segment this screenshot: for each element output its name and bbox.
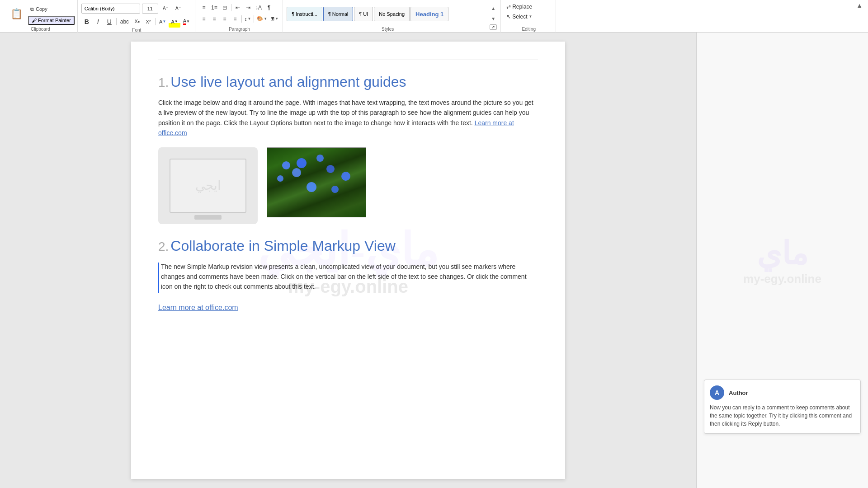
style-ui-label: ¶ UI <box>359 11 368 17</box>
section-2-heading: 2.Collaborate in Simple Markup View <box>158 238 538 254</box>
select-caret: ▼ <box>529 14 533 19</box>
borders-button[interactable]: ⊞▼ <box>269 15 280 23</box>
flower-dot-5 <box>277 175 283 182</box>
image-area: ايجي <box>158 147 538 224</box>
paragraph-group: ≡ 1≡ ⊟ ⇤ ⇥ ↕A ¶ ≡ ≡ ≡ ≡ ↕▼ 🎨▼ ⊞▼ Parag <box>196 0 283 33</box>
comment-text: Now you can reply to a comment to keep c… <box>710 404 855 428</box>
style-normal-button[interactable]: ¶ Normal <box>323 7 353 21</box>
text-effects-button[interactable]: A▼ <box>157 16 168 28</box>
font-label: Font <box>81 28 192 33</box>
align-right-button[interactable]: ≡ <box>220 14 230 24</box>
style-ui-button[interactable]: ¶ UI <box>354 7 373 21</box>
para-divider <box>231 4 231 11</box>
cursor-bar <box>158 263 159 293</box>
style-normal-label: ¶ Normal <box>328 11 348 17</box>
comment-box: A Author Now you can reply to a comment … <box>704 380 861 434</box>
comment-header: A Author <box>710 385 855 400</box>
clipboard-label: Clipboard <box>6 27 75 32</box>
flower-image <box>267 147 366 217</box>
flower-dot-9 <box>341 172 350 181</box>
font-color-button[interactable]: A▼ <box>181 16 192 28</box>
style-no-spacing-label: No Spacing <box>379 11 405 17</box>
flower-dot-3 <box>292 168 301 177</box>
styles-scroll-down-button[interactable]: ▼ <box>490 14 497 23</box>
decrease-indent-button[interactable]: ⇤ <box>233 3 243 13</box>
body-text-2: The new Simple Markup revision view pres… <box>161 262 538 292</box>
select-label: Select <box>512 14 527 20</box>
highlight-button[interactable]: A▼ <box>169 16 180 28</box>
para-divider2 <box>241 15 242 23</box>
style-instructi-button[interactable]: ¶ Instructi... <box>287 7 322 21</box>
heading1-text: 1.Use live layout and alignment guides <box>158 74 538 90</box>
style-heading1-button[interactable]: Heading 1 <box>410 7 448 21</box>
increase-indent-button[interactable]: ⇥ <box>243 3 253 13</box>
style-instructi-label: ¶ Instructi... <box>292 11 317 17</box>
underline-button[interactable]: U <box>104 16 115 28</box>
link2[interactable]: Learn more at office.com <box>158 304 238 311</box>
style-heading1-label: Heading 1 <box>415 11 443 18</box>
shading-button[interactable]: 🎨▼ <box>255 15 269 23</box>
superscript-button[interactable]: X² <box>143 16 154 28</box>
multilevel-button[interactable]: ⊟ <box>220 3 230 13</box>
flower-dot-6 <box>326 165 335 173</box>
justify-button[interactable]: ≡ <box>230 14 240 24</box>
styles-expand-button[interactable]: ↗ <box>490 24 497 30</box>
font-size-input[interactable] <box>142 4 158 14</box>
strikethrough-button[interactable]: abc <box>118 16 131 28</box>
show-marks-button[interactable]: ¶ <box>264 3 274 13</box>
flower-dot-1 <box>282 161 290 169</box>
ribbon-collapse-button[interactable]: ▲ <box>854 0 864 11</box>
italic-button[interactable]: I <box>93 16 104 28</box>
align-center-button[interactable]: ≡ <box>209 14 219 24</box>
copy-button[interactable]: ⧉ Copy <box>28 3 75 15</box>
copy-label: Copy <box>36 6 47 12</box>
monitor-screen: ايجي <box>170 159 246 213</box>
select-button[interactable]: ↖ Select ▼ <box>505 13 553 21</box>
divider <box>116 18 117 25</box>
flower-dot-4 <box>316 155 324 162</box>
replace-label: Replace <box>512 4 532 10</box>
flower-dot-2 <box>297 158 307 168</box>
align-left-button[interactable]: ≡ <box>199 14 209 24</box>
clipboard-group: 📋 ⧉ Copy 🖌 Format Painter Clipboard <box>4 0 78 33</box>
format-painter-label: Format Painter <box>38 18 71 23</box>
subscript-button[interactable]: X₂ <box>132 16 142 28</box>
copy-icon: ⧉ <box>30 6 34 12</box>
font-name-input[interactable] <box>81 4 140 14</box>
heading1-number: 1. <box>158 75 169 89</box>
body-text-1: Click the image below and drag it around… <box>158 98 538 138</box>
right-panel: ماي my-egy.online A Author Now you can r… <box>696 33 868 488</box>
link2-para: Learn more at office.com <box>158 304 538 312</box>
font-size-increase-button[interactable]: A⁺ <box>160 3 171 14</box>
styles-scroll-up-button[interactable]: ▲ <box>490 4 497 13</box>
replace-button[interactable]: ⇄ Replace <box>505 3 553 11</box>
section-2-body: The new Simple Markup revision view pres… <box>158 262 538 298</box>
styles-label: Styles <box>287 27 489 32</box>
monitor-stand <box>194 215 222 220</box>
author-avatar: A <box>710 385 724 400</box>
select-icon: ↖ <box>506 14 511 20</box>
bold-button[interactable]: B <box>81 16 92 28</box>
sort-button[interactable]: ↕A <box>254 3 264 13</box>
heading2-number: 2. <box>158 239 169 253</box>
comment-author: Author <box>729 389 748 396</box>
monitor-illustration: ايجي <box>158 147 258 224</box>
styles-group: ¶ Instructi... ¶ Normal ¶ UI No Spacing … <box>284 0 501 33</box>
numbering-button[interactable]: 1≡ <box>209 3 219 13</box>
document-divider <box>158 60 538 60</box>
document-content: 1.Use live layout and alignment guides C… <box>158 60 538 312</box>
line-spacing-button[interactable]: ↕▼ <box>243 15 252 23</box>
editing-group: ⇄ Replace ↖ Select ▼ Editing <box>502 0 556 33</box>
bullets-button[interactable]: ≡ <box>199 3 209 13</box>
flower-dot-8 <box>331 186 339 193</box>
font-group: A⁺ A⁻ B I U abc X₂ X² A▼ A▼ A▼ Font <box>79 0 195 33</box>
section-1-heading: 1.Use live layout and alignment guides <box>158 74 538 90</box>
paste-button[interactable]: 📋 <box>6 5 26 23</box>
para-divider3 <box>254 15 254 23</box>
style-no-spacing-button[interactable]: No Spacing <box>374 7 410 21</box>
heading2-text: 2.Collaborate in Simple Markup View <box>158 238 538 254</box>
document-area: ماي-ايجي my-egy.online 1.Use live layout… <box>0 33 696 488</box>
editing-label: Editing <box>505 27 553 32</box>
format-painter-button[interactable]: 🖌 Format Painter <box>28 16 75 25</box>
font-size-decrease-button[interactable]: A⁻ <box>173 3 184 14</box>
